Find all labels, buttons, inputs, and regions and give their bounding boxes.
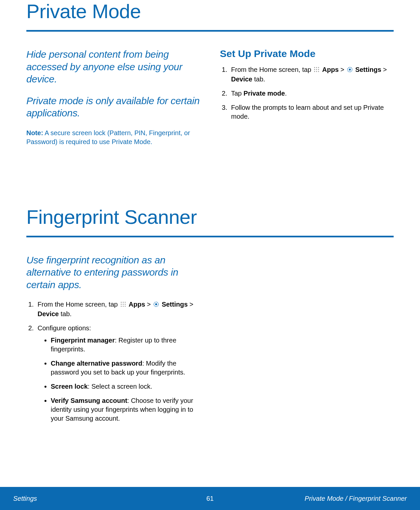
step-text: > — [188, 301, 193, 308]
apps-icon — [314, 66, 320, 75]
steps-list-fingerprint: From the Home screen, tap Apps > Setting… — [26, 300, 200, 423]
step-item: From the Home screen, tap Apps > Setting… — [229, 65, 394, 84]
settings-label: Settings — [162, 301, 188, 308]
svg-point-8 — [318, 71, 319, 72]
option-bold: Screen lock — [51, 383, 88, 390]
note-label: Note: — [26, 129, 43, 136]
section-title-private-mode: Private Mode — [26, 0, 394, 23]
divider — [26, 236, 394, 237]
option-bold: Fingerprint manager — [51, 337, 115, 344]
footer-left: Settings — [13, 495, 37, 502]
svg-point-11 — [121, 302, 122, 303]
svg-point-4 — [316, 69, 317, 70]
step-text: From the Home screen, tap — [38, 301, 120, 308]
step-text: Tap — [231, 90, 244, 97]
step-text: Configure options: — [38, 324, 91, 332]
device-label: Device — [38, 310, 59, 317]
svg-point-12 — [123, 302, 124, 303]
option-item: Verify Samsung account: Choose to verify… — [51, 396, 200, 423]
apps-label: Apps — [129, 301, 145, 308]
steps-list-setup: From the Home screen, tap Apps > Setting… — [220, 65, 394, 121]
step-text: > — [339, 66, 346, 73]
svg-point-13 — [125, 302, 126, 303]
svg-point-5 — [318, 69, 319, 70]
svg-point-1 — [316, 67, 317, 68]
subsection-title-setup: Set Up Private Mode — [220, 48, 394, 59]
svg-point-2 — [318, 67, 319, 68]
device-label: Device — [231, 75, 253, 83]
svg-point-3 — [314, 69, 315, 70]
left-column-private-mode: Hide personal content from being accesse… — [26, 48, 200, 146]
option-item: Change alternative password: Modify the … — [51, 359, 200, 377]
step-text: tab. — [252, 75, 265, 83]
option-item: Fingerprint manager: Register up to thre… — [51, 336, 200, 354]
private-mode-label: Private mode — [243, 90, 285, 97]
step-text: > — [381, 66, 387, 73]
step-item: Configure options: Fingerprint manager: … — [36, 324, 200, 423]
svg-point-7 — [316, 71, 317, 72]
svg-point-21 — [155, 303, 157, 305]
section-title-fingerprint: Fingerprint Scanner — [26, 206, 394, 228]
step-text: > — [145, 301, 153, 308]
right-column-fingerprint — [220, 254, 394, 429]
left-column-fingerprint: Use fingerprint recognition as an altern… — [26, 254, 200, 429]
apps-icon — [120, 301, 126, 310]
step-text: . — [285, 90, 287, 97]
step-item: From the Home screen, tap Apps > Setting… — [36, 300, 200, 318]
settings-icon — [153, 301, 159, 310]
note-paragraph: Note: A secure screen lock (Pattern, PIN… — [26, 129, 200, 146]
option-rest: : Select a screen lock. — [88, 383, 152, 390]
svg-point-18 — [123, 306, 124, 307]
option-item: Screen lock: Select a screen lock. — [51, 382, 200, 391]
divider — [26, 30, 394, 32]
page-footer: Settings 61 Private Mode / Fingerprint S… — [0, 487, 420, 510]
options-list: Fingerprint manager: Register up to thre… — [38, 336, 200, 423]
svg-point-19 — [125, 306, 126, 307]
step-text: tab. — [59, 310, 72, 317]
apps-label: Apps — [322, 66, 339, 73]
svg-point-0 — [314, 67, 315, 68]
note-text: A secure screen lock (Pattern, PIN, Fing… — [26, 129, 190, 145]
svg-point-14 — [121, 304, 122, 305]
step-item: Follow the prompts to learn about and se… — [229, 103, 394, 121]
step-item: Tap Private mode. — [229, 89, 394, 98]
settings-label: Settings — [355, 66, 381, 73]
footer-page-number: 61 — [206, 495, 213, 502]
step-text: Follow the prompts to learn about and se… — [231, 104, 384, 120]
svg-point-17 — [121, 306, 122, 307]
option-bold: Verify Samsung account — [51, 397, 127, 404]
svg-point-6 — [314, 71, 315, 72]
option-bold: Change alternative password — [51, 360, 142, 367]
svg-point-15 — [123, 304, 124, 305]
settings-icon — [347, 66, 353, 75]
lead-paragraph: Private mode is only available for certa… — [26, 95, 200, 119]
svg-point-16 — [125, 304, 126, 305]
step-text: From the Home screen, tap — [231, 66, 313, 73]
right-column-private-mode: Set Up Private Mode From the Home screen… — [220, 48, 394, 146]
lead-paragraph: Hide personal content from being accesse… — [26, 48, 200, 85]
lead-paragraph: Use fingerprint recognition as an altern… — [26, 254, 200, 291]
footer-right: Private Mode / Fingerprint Scanner — [305, 495, 407, 502]
svg-point-10 — [349, 69, 351, 71]
